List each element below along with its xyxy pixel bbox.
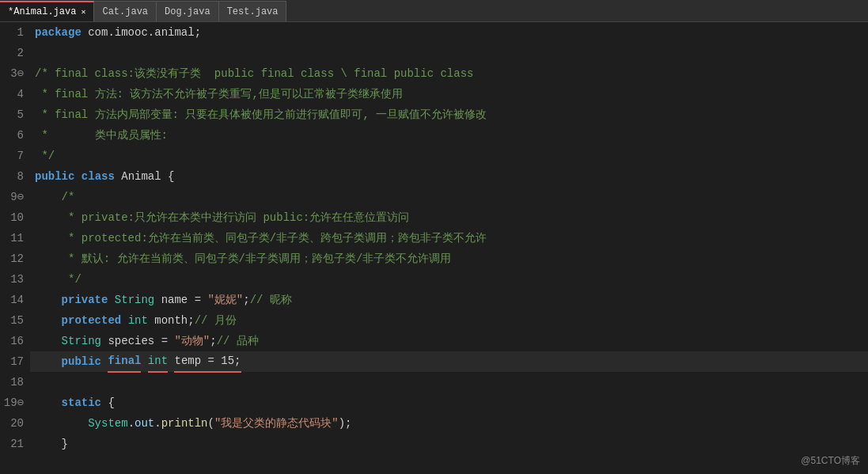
line-num-8: 8 — [3, 166, 24, 187]
line-num-5: 5 — [3, 104, 24, 125]
tab-animal-java[interactable]: *Animal.java ✕ — [0, 1, 94, 21]
kw-final-17: final — [108, 351, 141, 373]
blank-18 — [35, 372, 41, 392]
line-num-16: 16 — [3, 331, 24, 351]
code-line-9: /* — [30, 187, 868, 207]
var-temp-17: temp = 15; — [174, 351, 241, 373]
code-line-21: } — [30, 434, 868, 454]
type-system-20: System — [88, 413, 127, 434]
plain-20d: ); — [339, 413, 352, 434]
plain-19: { — [101, 392, 115, 413]
tab-dog-label: Dog.java — [165, 6, 210, 17]
line-num-10: 10 — [3, 207, 24, 228]
code-area[interactable]: package com.imooc.animal; /* final class… — [30, 22, 868, 474]
tab-cat-label: Cat.java — [102, 6, 148, 17]
comment-6: * 类中成员属性: — [35, 125, 168, 146]
code-line-8: public class Animal { — [30, 166, 868, 187]
plain-15a — [121, 310, 127, 331]
plain-14b: name = — [154, 290, 207, 310]
plain-14a — [108, 290, 114, 310]
code-line-14: private String name = "妮妮" ; // 昵称 — [30, 290, 868, 310]
plain-15b: month; — [148, 310, 195, 331]
line-num-3: 3⊖ — [3, 63, 24, 84]
line-num-13: 13 — [3, 269, 24, 290]
code-line-1: package com.imooc.animal; — [30, 22, 868, 43]
type-string-14: String — [115, 290, 154, 310]
tab-animal-label: *Animal.java — [8, 6, 76, 17]
line-num-11: 11 — [3, 228, 24, 248]
tab-cat-java[interactable]: Cat.java — [94, 1, 157, 21]
tab-dog-java[interactable]: Dog.java — [157, 1, 219, 21]
line-num-9: 9⊖ — [3, 187, 24, 207]
plain-17b — [141, 351, 147, 372]
code-line-6: * 类中成员属性: — [30, 125, 868, 146]
indent-15 — [35, 310, 62, 331]
comment-13: */ — [35, 269, 81, 290]
str-14: "妮妮" — [207, 290, 243, 310]
line-num-2: 2 — [3, 43, 24, 63]
comment-9: /* — [62, 187, 75, 207]
comment-15: // 月份 — [195, 310, 237, 331]
code-line-3: /* final class:该类没有子类 public final class… — [30, 63, 868, 84]
line-num-1: 1 — [3, 22, 24, 43]
type-int-15: int — [128, 310, 148, 331]
field-out-20: out — [135, 413, 154, 434]
line-num-21: 21 — [3, 434, 24, 454]
type-int-17: int — [148, 351, 168, 373]
str-16: "动物" — [174, 331, 210, 351]
comment-11: * protected:允许在当前类、同包子类/非子类、跨包子类调用；跨包非子类… — [35, 228, 487, 248]
code-line-2 — [30, 43, 868, 63]
type-string-16: String — [62, 331, 101, 351]
comment-7: */ — [35, 146, 55, 166]
code-line-19: static { — [30, 392, 868, 413]
plain-17a — [101, 351, 108, 372]
plain-16b: ; — [210, 331, 216, 351]
line-num-20: 20 — [3, 413, 24, 434]
kw-public-17: public — [62, 351, 101, 372]
indent-21 — [35, 434, 62, 454]
code-line-4: * final 方法: 该方法不允许被子类重写,但是可以正常被子类继承使用 — [30, 84, 868, 104]
line-num-18: 18 — [3, 372, 24, 392]
line-num-4: 4 — [3, 84, 24, 104]
code-line-11: * protected:允许在当前类、同包子类/非子类、跨包子类调用；跨包非子类… — [30, 228, 868, 248]
kw-public-8: public — [35, 166, 74, 187]
code-line-16: String species = "动物" ; // 品种 — [30, 331, 868, 351]
code-line-18 — [30, 372, 868, 392]
watermark: @51CTO博客 — [801, 454, 860, 468]
indent-19 — [35, 392, 62, 413]
code-line-5: * final 方法内局部变量: 只要在具体被使用之前进行赋值即可, 一旦赋值不… — [30, 104, 868, 125]
comment-3: /* final class:该类没有子类 public final class… — [35, 63, 473, 84]
plain-14c: ; — [243, 290, 249, 310]
kw-class-8: class — [81, 166, 115, 187]
code-line-7: */ — [30, 146, 868, 166]
line-num-6: 6 — [3, 125, 24, 146]
comment-14: // 昵称 — [250, 290, 292, 310]
line-num-17: 17 — [3, 351, 24, 372]
line-num-19: 19⊖ — [3, 392, 24, 413]
line-num-15: 15 — [3, 310, 24, 331]
code-line-12: * 默认: 允许在当前类、同包子类/非子类调用；跨包子类/非子类不允许调用 — [30, 248, 868, 269]
tab-test-java[interactable]: Test.java — [219, 1, 287, 21]
line-numbers: 1 2 3⊖ 4 5 6 7 8 9⊖ 10 11 12 13 14 15 16… — [0, 22, 30, 474]
code-line-17: public final int temp = 15; — [30, 351, 868, 372]
str-20: "我是父类的静态代码块" — [214, 413, 339, 434]
tab-test-label: Test.java — [227, 6, 279, 17]
brace-21: } — [62, 434, 68, 454]
plain-8b: Animal { — [115, 166, 175, 187]
plain-17c — [168, 351, 174, 372]
method-println-20: println — [161, 413, 208, 434]
plain-20a: . — [128, 413, 135, 434]
comment-5: * final 方法内局部变量: 只要在具体被使用之前进行赋值即可, 一旦赋值不… — [35, 104, 487, 125]
comment-12: * 默认: 允许在当前类、同包子类/非子类调用；跨包子类/非子类不允许调用 — [35, 248, 451, 269]
kw-static-19: static — [62, 392, 101, 413]
kw-private-14: private — [62, 290, 108, 310]
indent-14 — [35, 290, 62, 310]
plain-16a: species = — [101, 331, 174, 351]
editor: 1 2 3⊖ 4 5 6 7 8 9⊖ 10 11 12 13 14 15 16… — [0, 22, 868, 474]
comment-16: // 品种 — [217, 331, 259, 351]
tab-animal-close[interactable]: ✕ — [81, 7, 85, 17]
indent-20 — [35, 413, 88, 434]
line-num-12: 12 — [3, 248, 24, 269]
code-line-15: protected int month; // 月份 — [30, 310, 868, 331]
kw-protected-15: protected — [62, 310, 122, 331]
